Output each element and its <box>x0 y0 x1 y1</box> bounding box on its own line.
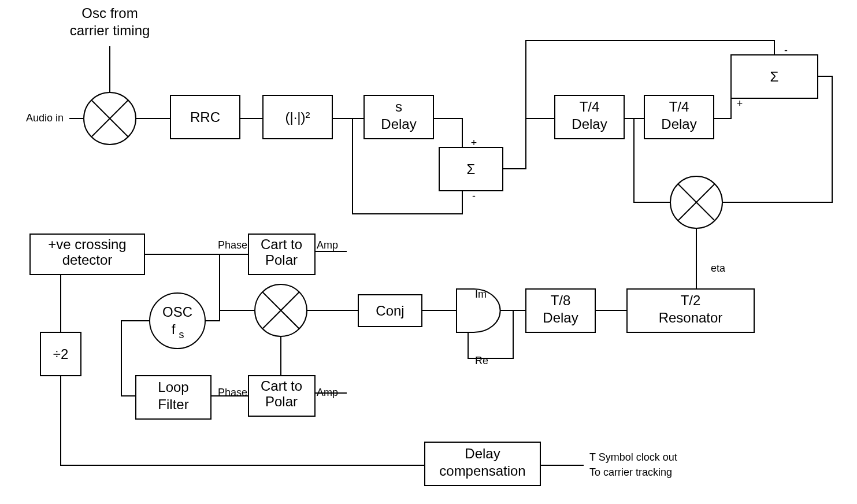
c2p-top-line1: Cart to <box>261 236 302 252</box>
mixer-2 <box>670 176 722 228</box>
sigma2-minus: - <box>784 45 788 56</box>
loop-line2: Filter <box>158 396 188 412</box>
osc-fs-line2: f <box>172 321 176 337</box>
mixer-input <box>84 92 136 144</box>
loop-line1: Loop <box>158 379 188 395</box>
osc-caption-line2: carrier timing <box>70 23 150 38</box>
pve-line1: +ve crossing <box>48 236 126 252</box>
s-delay-line1: s <box>395 99 402 114</box>
amp-bot: Amp <box>317 387 338 398</box>
rrc-label: RRC <box>190 109 220 125</box>
wire <box>714 98 731 118</box>
t4a-line2: Delay <box>572 116 607 132</box>
div2-label: ÷2 <box>53 346 69 362</box>
amp-top: Amp <box>317 239 338 251</box>
t8-line1: T/8 <box>551 292 571 308</box>
eta-label: eta <box>711 262 726 274</box>
osc-caption-line1: Osc from <box>81 5 138 21</box>
out-line1: T Symbol clock out <box>589 451 677 463</box>
phase-top: Phase <box>218 239 247 251</box>
osc-fs-line1: OSC <box>162 304 192 320</box>
t8-line2: Delay <box>543 310 578 325</box>
t4b-line2: Delay <box>661 116 696 132</box>
sigma1-minus: - <box>472 190 476 202</box>
c2p-bot-line1: Cart to <box>261 378 302 394</box>
delaycomp-line1: Delay <box>465 446 500 461</box>
sigma1-plus: + <box>471 137 477 149</box>
t4b-line1: T/4 <box>669 99 689 114</box>
osc-fs-block <box>150 293 205 349</box>
pve-line2: detector <box>62 252 113 268</box>
sigma2-plus: + <box>737 98 743 109</box>
audio-in-label: Audio in <box>26 112 64 124</box>
c2p-top-line2: Polar <box>265 252 298 268</box>
mixer-3 <box>255 284 307 336</box>
wire <box>433 118 462 147</box>
c2p-bot-line2: Polar <box>265 394 298 409</box>
sigma1-label: Σ <box>467 161 476 177</box>
osc-fs-sub: s <box>179 329 184 340</box>
s-delay-line2: Delay <box>381 116 416 132</box>
im-label: Im <box>475 288 487 300</box>
sigma2-label: Σ <box>770 69 779 84</box>
delaycomp-line2: compensation <box>439 463 525 479</box>
mag-sq-label: (|·|)² <box>285 109 310 125</box>
wire <box>503 118 555 169</box>
block-diagram: Audio in Osc from carrier timing RRC (|·… <box>0 0 857 504</box>
wire <box>220 310 255 321</box>
t4a-line1: T/4 <box>580 99 600 114</box>
out-line2: To carrier tracking <box>589 466 672 478</box>
resonator-line2: Resonator <box>659 310 723 325</box>
conj-label: Conj <box>376 303 404 318</box>
resonator-line1: T/2 <box>681 292 701 308</box>
re-label: Re <box>475 355 488 366</box>
